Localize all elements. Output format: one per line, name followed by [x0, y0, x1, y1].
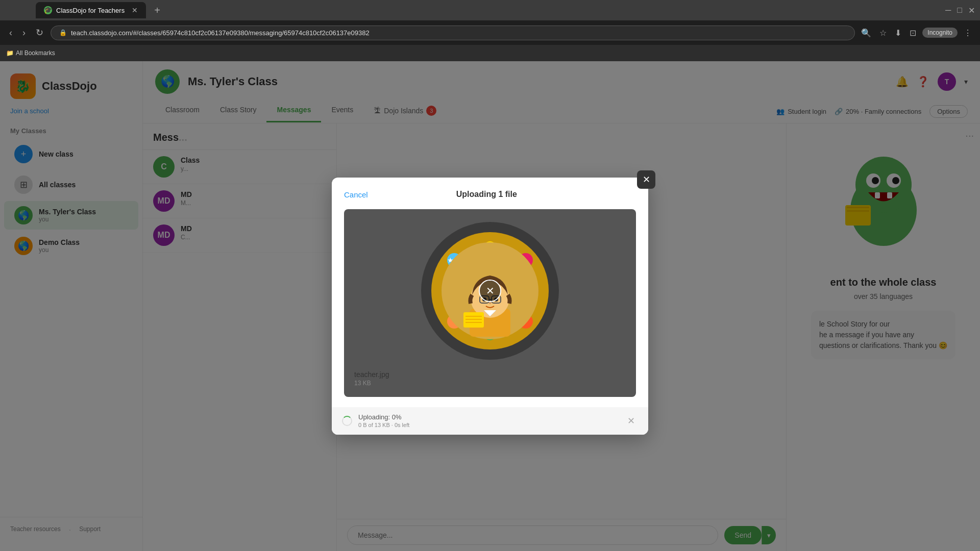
profile-btn[interactable]: ⊡: [908, 26, 918, 40]
modal-header: Cancel Uploading 1 file: [344, 190, 636, 199]
file-size: 13 KB: [354, 380, 626, 387]
maximize-btn[interactable]: □: [957, 6, 962, 15]
nav-actions: 🔍 ☆ ⬇ ⊡ Incognito ⋮: [859, 26, 974, 40]
back-btn[interactable]: ‹: [6, 26, 15, 40]
tab-favicon: 🎓: [44, 6, 52, 14]
browser-chrome: 🎓 ClassDojo for Teachers ✕ + ─ □ ✕ ‹ › ↻…: [0, 0, 980, 61]
tab-title: ClassDojo for Teachers: [56, 7, 125, 14]
file-info: teacher.jpg 13 KB: [354, 370, 626, 387]
incognito-badge: Incognito: [922, 28, 958, 38]
refresh-btn[interactable]: ↻: [33, 25, 46, 40]
upload-modal: ✕ Cancel Uploading 1 file: [332, 178, 648, 435]
bookmark-btn[interactable]: ☆: [877, 26, 889, 40]
image-preview-wrapper: ★ ♪: [419, 219, 561, 362]
progress-text: Uploading: 0% 0 B of 13 KB · 0s left: [358, 413, 618, 429]
remove-image-btn[interactable]: ✕: [479, 280, 501, 302]
browser-nav: ‹ › ↻ 🔒 teach.classdojo.com/#/classes/65…: [0, 20, 980, 45]
bookmarks-label: 📁 All Bookmarks: [6, 49, 55, 57]
progress-detail: 0 B of 13 KB · 0s left: [358, 422, 409, 428]
search-btn[interactable]: 🔍: [859, 26, 873, 40]
svg-point-32: [489, 302, 491, 304]
browser-title-bar: 🎓 ClassDojo for Teachers ✕ + ─ □ ✕: [0, 0, 980, 20]
upload-progress: Uploading: 0% 0 B of 13 KB · 0s left ✕: [332, 407, 648, 435]
menu-btn[interactable]: ⋮: [962, 26, 974, 40]
progress-close-btn[interactable]: ✕: [624, 414, 638, 428]
address-bar[interactable]: 🔒 teach.classdojo.com/#/classes/65974c81…: [51, 26, 855, 40]
file-name: teacher.jpg: [354, 370, 626, 379]
browser-tab[interactable]: 🎓 ClassDojo for Teachers ✕: [36, 2, 146, 18]
new-tab-btn[interactable]: +: [149, 2, 165, 18]
lock-icon: 🔒: [59, 29, 67, 36]
modal-overlay[interactable]: ✕ Cancel Uploading 1 file: [0, 61, 980, 551]
url-text: teach.classdojo.com/#/classes/65974c810c…: [71, 29, 370, 37]
forward-btn[interactable]: ›: [19, 26, 29, 40]
progress-spinner: [342, 416, 352, 426]
close-window-btn[interactable]: ✕: [968, 6, 975, 15]
download-btn[interactable]: ⬇: [893, 26, 903, 40]
modal-title: Uploading 1 file: [456, 190, 517, 199]
modal-cancel-btn[interactable]: Cancel: [344, 190, 368, 199]
minimize-btn[interactable]: ─: [945, 6, 951, 15]
modal-close-btn[interactable]: ✕: [637, 170, 655, 189]
tab-close-btn[interactable]: ✕: [132, 6, 138, 14]
modal-image-container: ★ ♪: [344, 209, 636, 397]
bookmarks-bar: 📁 All Bookmarks: [0, 45, 980, 61]
